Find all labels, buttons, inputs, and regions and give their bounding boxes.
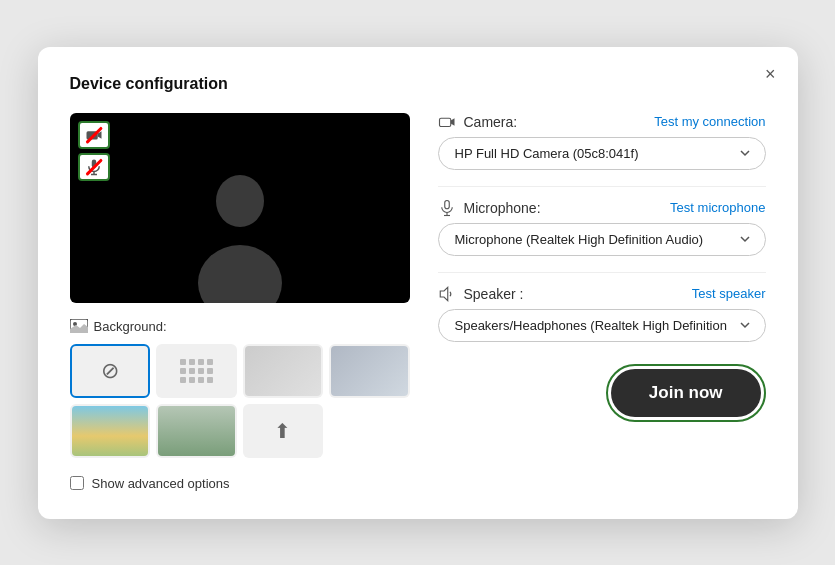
microphone-header: Microphone: Test microphone	[438, 199, 766, 217]
camera-device-icon	[438, 113, 456, 131]
bg-beach[interactable]	[70, 404, 151, 458]
bg-upload[interactable]: ⬆	[243, 404, 324, 458]
join-button-wrapper: Join now	[606, 364, 766, 422]
camera-header: Camera: Test my connection	[438, 113, 766, 131]
bg-room1[interactable]	[243, 344, 324, 398]
svg-rect-0	[86, 131, 97, 139]
svg-rect-2	[91, 159, 96, 167]
speaker-header: Speaker : Test speaker	[438, 285, 766, 303]
svg-rect-11	[444, 200, 449, 208]
camera-icon	[85, 126, 103, 144]
speaker-device-label: Speaker :	[464, 286, 524, 302]
svg-point-6	[198, 245, 282, 303]
speaker-select[interactable]: Speakers/Headphones (Realtek High Defini…	[438, 309, 766, 342]
advanced-options-row: Show advanced options	[70, 476, 410, 491]
test-microphone-link[interactable]: Test microphone	[670, 200, 765, 215]
left-column: Background: ⊘	[70, 113, 410, 491]
join-now-button[interactable]: Join now	[611, 369, 761, 417]
user-silhouette	[190, 163, 290, 303]
join-row: Join now	[438, 364, 766, 422]
microphone-label: Microphone:	[438, 199, 541, 217]
camera-device-label: Camera:	[464, 114, 518, 130]
bg-room2[interactable]	[329, 344, 410, 398]
forest-preview	[158, 406, 235, 456]
bg-blur[interactable]	[156, 344, 237, 398]
no-background-icon: ⊘	[101, 358, 119, 384]
background-section: Background: ⊘	[70, 319, 410, 458]
divider-2	[438, 272, 766, 273]
speaker-label: Speaker :	[438, 285, 524, 303]
microphone-device-label: Microphone:	[464, 200, 541, 216]
bg-none[interactable]: ⊘	[70, 344, 151, 398]
advanced-options-checkbox[interactable]	[70, 476, 84, 490]
modal-body: Background: ⊘	[70, 113, 766, 491]
background-text: Background:	[94, 319, 167, 334]
test-connection-link[interactable]: Test my connection	[654, 114, 765, 129]
background-label: Background:	[70, 319, 410, 334]
background-grid-row1: ⊘	[70, 344, 410, 398]
room2-preview	[331, 346, 408, 396]
blur-dots	[180, 359, 213, 383]
video-preview	[70, 113, 410, 303]
device-configuration-modal: Device configuration ×	[38, 47, 798, 519]
microphone-select[interactable]: Microphone (Realtek High Definition Audi…	[438, 223, 766, 256]
svg-marker-14	[440, 287, 448, 301]
bg-forest[interactable]	[156, 404, 237, 458]
room1-preview	[245, 346, 322, 396]
mic-device-icon	[438, 199, 456, 217]
camera-mic-overlay	[78, 121, 110, 181]
svg-point-5	[216, 175, 264, 227]
speaker-device-icon	[438, 285, 456, 303]
right-column: Camera: Test my connection HP Full HD Ca…	[438, 113, 766, 491]
upload-icon: ⬆	[274, 419, 291, 443]
svg-marker-1	[97, 131, 101, 139]
camera-label: Camera:	[438, 113, 518, 131]
camera-select[interactable]: HP Full HD Camera (05c8:041f)	[438, 137, 766, 170]
svg-rect-9	[439, 118, 450, 126]
background-icon	[70, 319, 88, 333]
camera-section: Camera: Test my connection HP Full HD Ca…	[438, 113, 766, 170]
close-button[interactable]: ×	[765, 65, 776, 83]
microphone-section: Microphone: Test microphone Microphone (…	[438, 199, 766, 256]
camera-off-badge	[78, 121, 110, 149]
test-speaker-link[interactable]: Test speaker	[692, 286, 766, 301]
mic-off-badge	[78, 153, 110, 181]
beach-preview	[72, 406, 149, 456]
modal-title: Device configuration	[70, 75, 766, 93]
background-grid-row2: ⬆	[70, 404, 410, 458]
speaker-section: Speaker : Test speaker Speakers/Headphon…	[438, 285, 766, 342]
advanced-options-label: Show advanced options	[92, 476, 230, 491]
divider-1	[438, 186, 766, 187]
mic-icon	[85, 158, 103, 176]
